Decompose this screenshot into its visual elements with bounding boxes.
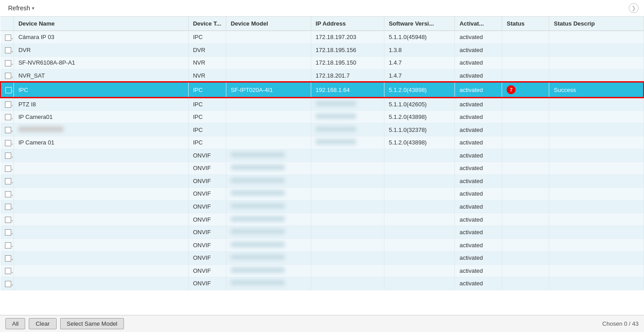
row-ip-address xyxy=(311,264,384,277)
table-row[interactable]: ONVIFactivated xyxy=(0,188,644,201)
table-body: Cámara IP 03IPC172.18.197.2035.1.1.0(459… xyxy=(0,31,644,290)
checkbox-icon[interactable] xyxy=(5,217,11,223)
row-device-type: IPC xyxy=(188,82,226,97)
row-ip-address xyxy=(311,188,384,201)
row-software-version xyxy=(384,188,455,201)
row-status xyxy=(502,97,549,110)
table-row[interactable]: DVRDVR172.18.195.1561.3.8activated xyxy=(0,44,644,57)
table-row[interactable]: IPCIPCSF-IPT020A-4I1192.168.1.645.1.2.0(… xyxy=(0,82,644,97)
row-software-version: 5.1.2.0(43898) xyxy=(384,110,455,123)
refresh-button[interactable]: Refresh ▾ xyxy=(5,4,37,13)
row-device-model xyxy=(226,175,311,188)
row-status xyxy=(502,69,549,82)
checkbox-icon[interactable] xyxy=(5,255,11,262)
row-status-desc xyxy=(549,69,644,82)
row-status-desc xyxy=(549,213,644,226)
row-status xyxy=(502,277,549,290)
checkbox-icon[interactable] xyxy=(5,153,11,159)
row-status-desc: Success xyxy=(549,82,644,97)
row-ip-address xyxy=(311,175,384,188)
table-row[interactable]: SF-NVR6108A-8P-A1NVR172.18.195.1501.4.7a… xyxy=(0,57,644,70)
row-software-version: 1.4.7 xyxy=(384,57,455,70)
table-row[interactable]: ONVIFactivated xyxy=(0,149,644,162)
select-same-model-button[interactable]: Select Same Model xyxy=(60,318,124,329)
row-checkbox-cell xyxy=(0,252,13,265)
row-status-desc xyxy=(549,277,644,290)
checkbox-icon[interactable] xyxy=(5,140,11,146)
row-status xyxy=(502,200,549,213)
row-device-type: ONVIF xyxy=(188,200,226,213)
checkbox-icon[interactable] xyxy=(5,191,11,197)
row-ip-address xyxy=(311,136,384,149)
row-status xyxy=(502,44,549,57)
row-device-name xyxy=(13,188,188,201)
clear-button[interactable]: Clear xyxy=(29,318,56,329)
row-status xyxy=(502,188,549,201)
row-status-desc xyxy=(549,200,644,213)
row-status-desc xyxy=(549,97,644,110)
checkbox-icon[interactable] xyxy=(5,166,11,172)
row-status-desc xyxy=(549,239,644,252)
checkbox-icon[interactable] xyxy=(5,229,11,236)
table-row[interactable]: ONVIFactivated xyxy=(0,200,644,213)
row-device-type: IPC xyxy=(188,136,226,149)
row-device-model xyxy=(226,149,311,162)
checkbox-icon[interactable] xyxy=(5,114,11,120)
table-row[interactable]: Cámara IP 03IPC172.18.197.2035.1.1.0(459… xyxy=(0,31,644,44)
circle-arrow-button[interactable]: ❯ xyxy=(629,3,639,13)
table-row[interactable]: ONVIFactivated xyxy=(0,264,644,277)
row-ip-address xyxy=(311,123,384,136)
checkbox-icon[interactable] xyxy=(5,204,11,210)
checkbox-icon[interactable] xyxy=(5,35,11,41)
checkbox-icon[interactable] xyxy=(5,268,11,274)
row-device-model xyxy=(226,200,311,213)
checkbox-icon[interactable] xyxy=(5,73,11,79)
row-ip-address xyxy=(311,226,384,239)
all-button[interactable]: All xyxy=(5,318,25,329)
checkbox-icon[interactable] xyxy=(5,281,11,287)
row-device-type: ONVIF xyxy=(188,277,226,290)
row-device-type: ONVIF xyxy=(188,239,226,252)
table-row[interactable]: IP Camera01IPC5.1.2.0(43898)activated xyxy=(0,110,644,123)
row-device-name xyxy=(13,162,188,175)
table-row[interactable]: ONVIFactivated xyxy=(0,162,644,175)
checkbox-icon[interactable] xyxy=(5,47,11,53)
table-row[interactable]: IP Camera 01IPC5.1.2.0(43898)activated xyxy=(0,136,644,149)
row-status-desc xyxy=(549,110,644,123)
table-row[interactable]: PTZ I8IPC5.1.1.0(42605)activated xyxy=(0,97,644,110)
row-status xyxy=(502,31,549,44)
row-checkbox-cell xyxy=(0,239,13,252)
table-row[interactable]: ONVIFactivated xyxy=(0,213,644,226)
table-row[interactable]: ONVIFactivated xyxy=(0,239,644,252)
refresh-label: Refresh xyxy=(8,4,30,12)
checkbox-icon[interactable] xyxy=(5,178,11,184)
row-device-name xyxy=(13,239,188,252)
table-row[interactable]: IPC5.1.1.0(32378)activated xyxy=(0,123,644,136)
row-status xyxy=(502,110,549,123)
checkbox-icon[interactable] xyxy=(5,127,11,133)
row-activation: activated xyxy=(455,277,502,290)
row-activation: activated xyxy=(455,188,502,201)
table-row[interactable]: ONVIFactivated xyxy=(0,277,644,290)
table-row[interactable]: NVR_SATNVR172.18.201.71.4.7activated xyxy=(0,69,644,82)
row-software-version: 1.3.8 xyxy=(384,44,455,57)
table-row[interactable]: ONVIFactivated xyxy=(0,252,644,265)
row-device-model xyxy=(226,31,311,44)
row-device-name xyxy=(13,277,188,290)
row-activation: activated xyxy=(455,136,502,149)
table-row[interactable]: ONVIFactivated xyxy=(0,226,644,239)
row-software-version: 5.1.2.0(43898) xyxy=(384,82,455,97)
row-status xyxy=(502,226,549,239)
col-header-status-desc: Status Descrip xyxy=(549,17,644,31)
row-device-type: IPC xyxy=(188,97,226,110)
row-device-model xyxy=(226,44,311,57)
checkbox-icon[interactable] xyxy=(5,87,12,93)
checkbox-icon[interactable] xyxy=(5,242,11,249)
checkbox-icon[interactable] xyxy=(5,101,11,108)
row-status-desc xyxy=(549,175,644,188)
row-device-name xyxy=(13,226,188,239)
table-row[interactable]: ONVIFactivated xyxy=(0,175,644,188)
checkbox-icon[interactable] xyxy=(5,60,11,66)
row-device-name xyxy=(13,149,188,162)
row-device-model xyxy=(226,57,311,70)
